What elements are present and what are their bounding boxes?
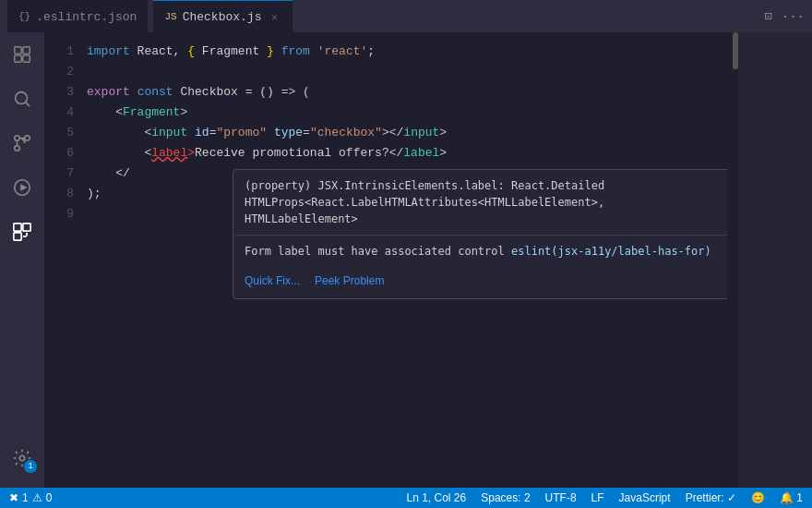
editor-area: 1 2 3 4 5 6 7 8 9 import React, { Fragme… [44,32,812,488]
status-bar-right: Ln 1, Col 26 Spaces: 2 UTF-8 LF JavaScri… [406,491,803,504]
svg-point-14 [19,455,25,461]
code-line-3: export const Checkbox = () => ( [83,82,727,103]
svg-line-5 [26,103,30,106]
code-line-6: < label > Receive promotional offers?</ … [83,143,727,163]
hover-popup-type: (property) JSX.IntrinsicElements.label: … [233,170,727,236]
hover-popup: (property) JSX.IntrinsicElements.label: … [233,169,727,299]
code-line-1: import React, { Fragment } from 'react' … [83,42,727,62]
tab-checkbox[interactable]: JS Checkbox.js ✕ [153,0,293,32]
svg-point-7 [25,136,30,141]
error-count: 1 [22,491,29,504]
keyword-import: import [87,42,130,62]
status-notifications[interactable]: 🔔 1 [780,491,803,504]
warning-icon: ⚠ [32,491,42,504]
svg-point-8 [15,146,20,151]
minimap [738,32,812,488]
error-icon: ✖ [9,491,18,504]
code-editor[interactable]: 1 2 3 4 5 6 7 8 9 import React, { Fragme… [44,32,812,488]
json-icon: {} [18,11,30,22]
tab-list: {} .eslintrc.json JS Checkbox.js ✕ [7,0,293,32]
status-line-ending[interactable]: LF [591,491,604,504]
status-encoding[interactable]: UTF-8 [545,491,577,504]
keyword-from: from [281,42,310,62]
activity-source-control[interactable] [0,121,44,165]
svg-rect-12 [23,224,30,231]
svg-rect-1 [23,47,30,54]
error-label-tag: label [151,143,187,163]
line-numbers: 1 2 3 4 5 6 7 8 9 [44,32,83,488]
status-formatter[interactable]: Prettier: ✓ [686,491,736,504]
settings-badge: 1 [24,460,37,473]
editor-scrollbar[interactable] [727,32,738,488]
title-bar: {} .eslintrc.json JS Checkbox.js ✕ ⊡ ··· [0,0,812,32]
status-bar-left: ✖ 1 ⚠ 0 [9,491,52,504]
warning-count: 0 [46,491,53,504]
status-language[interactable]: JavaScript [619,491,671,504]
svg-rect-3 [23,55,30,62]
main-layout: 1 1 2 3 4 5 6 7 8 9 import [0,32,812,488]
svg-rect-0 [15,47,21,54]
svg-rect-13 [14,233,21,240]
tab-close-button[interactable]: ✕ [267,9,281,24]
activity-extensions[interactable] [0,210,44,254]
status-position[interactable]: Ln 1, Col 26 [406,491,466,504]
svg-marker-10 [20,184,27,190]
scrollbar-thumb[interactable] [733,32,738,69]
svg-point-4 [16,92,28,104]
status-spaces[interactable]: Spaces: 2 [481,491,530,504]
activity-settings[interactable]: 1 [0,436,44,480]
quick-fix-button[interactable]: Quick Fix... [245,271,300,291]
code-content[interactable]: import React, { Fragment } from 'react' … [83,32,727,488]
svg-rect-11 [14,224,21,231]
js-icon: JS [164,11,176,22]
split-editor-icon[interactable]: ⊡ [764,8,771,24]
activity-search[interactable] [0,77,44,121]
tab-checkbox-label: Checkbox.js [183,10,262,24]
activity-explorer[interactable] [0,32,44,77]
title-bar-actions: ⊡ ··· [764,8,805,24]
activity-bar: 1 [0,32,44,488]
code-line-4: < Fragment > [83,103,727,123]
hover-popup-actions: Quick Fix... Peek Problem [233,267,727,298]
hover-popup-error: Form label must have associated control … [233,236,727,267]
tab-eslintrc-label: .eslintrc.json [36,10,137,24]
svg-point-6 [15,136,20,141]
code-line-5: < input id = "promo" type = "checkbox" >… [83,123,727,143]
activity-bar-bottom: 1 [0,436,44,488]
status-emoji[interactable]: 😊 [751,491,765,504]
status-bar: ✖ 1 ⚠ 0 Ln 1, Col 26 Spaces: 2 UTF-8 LF … [0,488,812,508]
more-actions-icon[interactable]: ··· [782,9,805,24]
code-line-2 [83,62,727,82]
svg-rect-2 [15,55,21,62]
status-errors[interactable]: ✖ 1 ⚠ 0 [9,491,52,504]
activity-run[interactable] [0,165,44,210]
peek-problem-button[interactable]: Peek Problem [315,271,384,291]
tab-eslintrc[interactable]: {} .eslintrc.json [7,0,148,32]
